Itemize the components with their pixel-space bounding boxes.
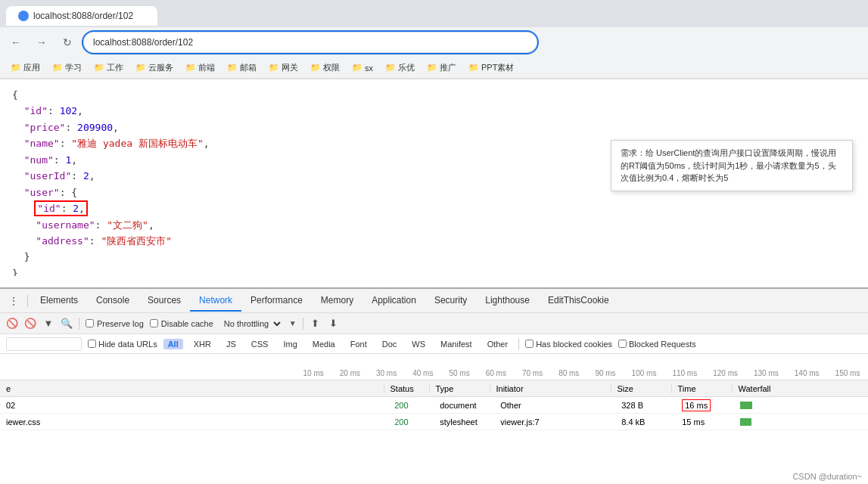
tab-network[interactable]: Network [190, 290, 241, 312]
filter-other-button[interactable]: Other [483, 339, 513, 349]
forward-button[interactable]: → [32, 33, 51, 52]
col-header-type: Type [430, 384, 490, 393]
bookmark-item[interactable]: 📁 前端 [181, 60, 219, 75]
bookmark-item[interactable]: 📁 sx [347, 61, 378, 74]
tab-application[interactable]: Application [362, 290, 425, 312]
json-line: "address": "陕西省西安市" [12, 235, 172, 247]
bookmark-item[interactable]: 📁 乐优 [381, 60, 419, 75]
download-icon[interactable]: ⬇ [328, 318, 340, 330]
network-cell-type: stylesheet [434, 417, 494, 427]
json-line: } [12, 251, 30, 262]
col-header-time: Time [672, 384, 733, 393]
filter-media-button[interactable]: Media [308, 339, 340, 349]
address-text: localhost:8088/order/102 [93, 37, 193, 48]
blocked-requests-checkbox[interactable]: Blocked Requests [618, 340, 696, 349]
has-blocked-cookies-checkbox[interactable]: Has blocked cookies [525, 340, 612, 349]
timeline-label-100: 100 ms [632, 369, 657, 377]
bookmark-item[interactable]: 📁 学习 [48, 60, 86, 75]
col-header-waterfall: Waterfall [733, 384, 869, 393]
refresh-button[interactable]: ↻ [58, 33, 77, 52]
network-row[interactable]: 02 200 document Other 328 B 16 ms [0, 397, 868, 414]
tab-sources[interactable]: Sources [138, 290, 190, 312]
tooltip-text: 需求：给 UserClient的查询用户接口设置降级周期，慢说用的RT阈值为50… [621, 148, 836, 182]
preserve-log-input[interactable] [86, 319, 94, 327]
hide-data-urls-checkbox[interactable]: Hide data URLs [88, 340, 157, 349]
tab-memory[interactable]: Memory [312, 290, 362, 312]
timeline-label-120: 120 ms [713, 369, 738, 377]
preserve-log-label: Preserve log [97, 319, 144, 328]
bookmark-item[interactable]: 📁 PPT素材 [464, 60, 518, 75]
bookmark-item[interactable]: 📁 网关 [264, 60, 303, 75]
filter-manifest-button[interactable]: Manifest [436, 339, 477, 349]
bookmark-item[interactable]: 📁 云服务 [131, 60, 178, 75]
bookmark-item[interactable]: 📁 权限 [306, 60, 344, 75]
network-cell-initiator: viewer.js:7 [494, 417, 615, 427]
timeline-label-90: 90 ms [595, 369, 615, 377]
filter-input[interactable] [6, 337, 82, 351]
filter-font-button[interactable]: Font [346, 339, 372, 349]
timeline-label-110: 110 ms [672, 369, 697, 377]
back-button[interactable]: ← [6, 33, 26, 52]
tab-elements[interactable]: Elements [31, 290, 87, 312]
filter-all-button[interactable]: All [163, 339, 183, 349]
bookmark-label: 云服务 [148, 62, 173, 73]
upload-icon[interactable]: ⬆ [310, 318, 322, 330]
network-cell-time: 15 ms [676, 417, 736, 427]
blocked-requests-input[interactable] [618, 340, 627, 348]
throttle-arrow[interactable]: ▼ [289, 319, 297, 327]
hide-data-urls-input[interactable] [88, 340, 96, 348]
json-line: "price": 209900, [12, 122, 119, 133]
filter-css-button[interactable]: CSS [247, 339, 273, 349]
filter-doc-button[interactable]: Doc [378, 339, 402, 349]
tab-console[interactable]: Console [87, 290, 138, 312]
filter-ws-button[interactable]: WS [407, 339, 430, 349]
filter-js-button[interactable]: JS [222, 339, 241, 349]
filter-bar: Hide data URLs All XHR JS CSS Img Media … [0, 334, 868, 354]
tab-security[interactable]: Security [425, 290, 476, 312]
disable-cache-input[interactable] [150, 319, 158, 327]
waterfall-bar [740, 418, 751, 426]
filter-xhr-button[interactable]: XHR [189, 339, 216, 349]
bookmark-label: 推广 [440, 62, 456, 73]
tab-editthiscookie[interactable]: EditThisCookie [539, 290, 618, 312]
disable-cache-label: Disable cache [161, 319, 213, 328]
throttle-select[interactable]: No throttling [219, 318, 283, 329]
clear-icon[interactable]: 🚫 [24, 318, 36, 330]
network-cell-waterfall [736, 414, 868, 430]
timeline-bar: 10 ms 20 ms 30 ms 40 ms 50 ms 60 ms 70 m… [0, 354, 868, 380]
filter-img-button[interactable]: Img [278, 339, 301, 349]
address-bar[interactable]: localhost:8088/order/102 [83, 32, 537, 53]
bookmark-label: 应用 [23, 62, 40, 73]
bookmark-item[interactable]: 📁 应用 [6, 60, 45, 75]
network-cell-name: iewer.css [0, 417, 388, 427]
browser-tab[interactable]: localhost:8088/order/102 [6, 6, 157, 26]
filter-icon[interactable]: ▼ [42, 318, 54, 330]
json-line: "id": 102, [12, 105, 83, 116]
bookmark-item[interactable]: 📁 邮箱 [222, 60, 261, 75]
folder-icon: 📁 [135, 63, 146, 73]
timeline-label-60: 60 ms [486, 369, 506, 377]
waterfall-bar [740, 402, 752, 409]
search-icon[interactable]: 🔍 [61, 318, 73, 330]
stop-recording-icon[interactable]: 🚫 [6, 318, 18, 330]
network-row[interactable]: iewer.css 200 stylesheet viewer.js:7 8.4… [0, 414, 868, 430]
has-blocked-cookies-label: Has blocked cookies [536, 340, 612, 349]
tab-lighthouse[interactable]: Lighthouse [476, 290, 539, 312]
devtools-menu-icon[interactable]: ⋮ [3, 295, 24, 307]
folder-icon: 📁 [94, 63, 104, 73]
bookmark-label: 网关 [282, 62, 298, 73]
bookmark-item[interactable]: 📁 工作 [89, 60, 128, 75]
network-cell-initiator: Other [494, 401, 615, 410]
folder-icon: 📁 [427, 63, 437, 73]
timeline-label-40: 40 ms [412, 369, 433, 377]
bookmark-item[interactable]: 📁 推广 [422, 60, 461, 75]
tab-performance[interactable]: Performance [241, 290, 312, 312]
bookmark-label: 邮箱 [240, 62, 257, 73]
timeline-label-70: 70 ms [522, 369, 543, 377]
browser-chrome: localhost:8088/order/102 ← → ↻ localhost… [0, 0, 868, 79]
has-blocked-cookies-input[interactable] [525, 340, 534, 348]
disable-cache-checkbox[interactable]: Disable cache [150, 319, 213, 328]
bookmark-label: 学习 [65, 62, 82, 73]
hide-data-urls-label: Hide data URLs [98, 340, 157, 349]
preserve-log-checkbox[interactable]: Preserve log [86, 319, 144, 328]
